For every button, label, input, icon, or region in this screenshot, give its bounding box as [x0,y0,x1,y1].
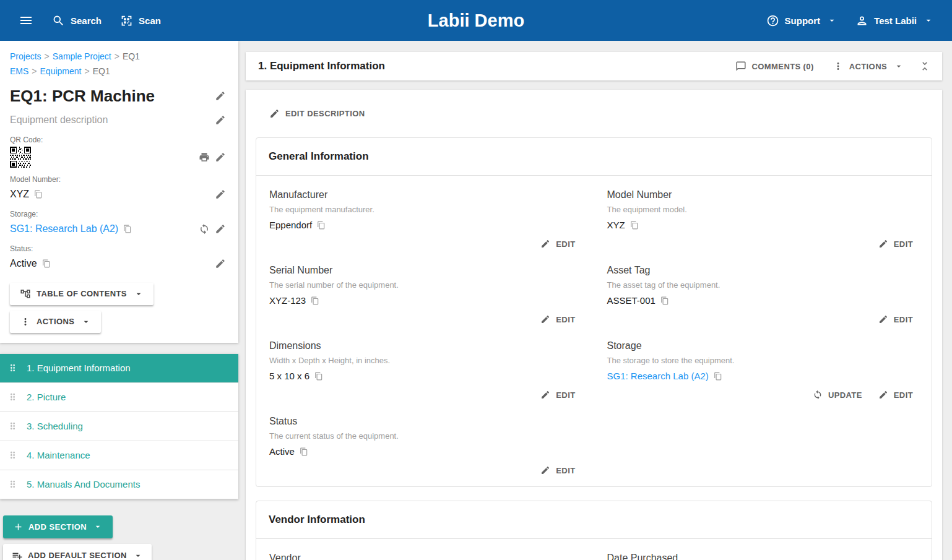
section-item-equipment-information[interactable]: 1. Equipment Information [0,354,238,383]
add-default-section-button[interactable]: ADD DEFAULT SECTION [3,544,152,560]
section-header: 1. Equipment Information COMMENTS (0) AC… [246,52,942,80]
table-of-contents-label: TABLE OF CONTENTS [37,289,127,298]
edit-description-button[interactable]: EDIT DESCRIPTION [263,103,371,124]
comment-icon [735,61,746,72]
copy-icon[interactable] [712,372,724,381]
user-menu-button[interactable]: Test Labii [848,8,941,33]
edit-qr-button[interactable] [212,149,228,165]
storage-value-link[interactable]: SG1: Research Lab (A2) [10,223,118,235]
field-value: XYZ [607,220,625,230]
table-of-contents-button[interactable]: TABLE OF CONTENTS [10,283,154,305]
drag-handle-icon[interactable] [7,479,18,489]
copy-icon[interactable] [122,225,133,233]
edit-asset-tag-button[interactable]: EDIT [872,309,919,329]
user-label: Test Labii [874,15,917,26]
sync-icon [199,223,210,235]
breadcrumb-separator: > [84,66,89,76]
qr-code-image [10,147,31,168]
section-item-picture[interactable]: 2. Picture [0,383,238,412]
update-storage-button[interactable] [196,221,212,237]
copy-icon[interactable] [33,190,44,199]
field-label: Dimensions [269,340,582,351]
update-storage-button[interactable]: UPDATE [807,385,868,405]
pencil-icon [215,90,226,101]
sidebar-actions-button[interactable]: ACTIONS [10,311,101,333]
section-item-maintenance[interactable]: 4. Maintenance [0,441,238,470]
drag-handle-icon[interactable] [7,450,18,460]
edit-description-icon-button[interactable] [212,112,228,128]
pencil-icon [215,258,226,269]
drag-handle-icon[interactable] [7,363,18,373]
support-button[interactable]: Support [759,8,845,33]
field-description: The storage to store the equipment. [607,356,920,365]
breadcrumb-separator: > [115,51,119,61]
drag-handle-icon[interactable] [7,392,18,402]
printer-icon [199,152,210,163]
copy-icon[interactable] [659,296,670,305]
field-model-number: Model Number The equipment model. XYZ ED… [594,179,932,255]
edit-manufacturer-button[interactable]: EDIT [534,234,581,254]
edit-storage-button[interactable]: EDIT [872,385,919,405]
section-label: 2. Picture [27,392,66,402]
field-description: The asset tag of the equipment. [607,280,920,290]
main-content: 1. Equipment Information COMMENTS (0) AC… [238,41,952,560]
drag-handle-icon[interactable] [7,421,18,431]
more-vert-icon [20,316,31,327]
comments-button[interactable]: COMMENTS (0) [729,56,820,77]
edit-status-button[interactable] [212,256,228,272]
search-label: Search [71,15,102,26]
edit-title-button[interactable] [212,88,228,104]
status-label: Status: [10,244,228,253]
edit-status-button[interactable]: EDIT [534,460,581,480]
help-icon [766,14,779,27]
breadcrumb-separator: > [45,51,50,61]
section-title: 1. Equipment Information [258,60,385,72]
collapse-section-button[interactable] [916,58,933,75]
breadcrumb-project: Projects>Sample Project>EQ1 [10,50,228,64]
model-number-label: Model Number: [10,175,228,184]
edit-model-number-button[interactable]: EDIT [872,234,919,254]
edit-serial-number-button[interactable]: EDIT [534,309,581,329]
field-label: Asset Tag [607,265,920,276]
copy-icon[interactable] [309,296,321,305]
breadcrumb-link-sample-project[interactable]: Sample Project [53,51,111,61]
field-status: Status The current status of the equipme… [256,406,594,481]
edit-storage-button[interactable] [212,221,228,237]
comments-label: COMMENTS (0) [752,62,814,71]
general-information-title: General Information [256,138,932,176]
copy-icon[interactable] [298,447,309,456]
section-label: 5. Manuals And Documents [27,479,140,489]
copy-icon[interactable] [316,221,327,230]
scan-button[interactable]: Scan [113,8,168,33]
copy-icon[interactable] [629,221,640,230]
field-vendor: Vendor [256,543,594,560]
pencil-icon [215,189,226,200]
edit-dimensions-button[interactable]: EDIT [534,385,581,405]
copy-icon[interactable] [41,259,52,268]
menu-button[interactable] [11,7,41,34]
field-storage: Storage The storage to store the equipme… [594,330,932,406]
search-button[interactable]: Search [45,8,109,33]
breadcrumb-link-equipment[interactable]: Equipment [40,66,82,76]
chevron-down-icon [894,61,904,71]
edit-model-number-button[interactable] [212,186,228,202]
section-item-scheduling[interactable]: 3. Scheduling [0,412,238,441]
pencil-icon [540,465,550,475]
main-actions-button[interactable]: ACTIONS [826,56,910,77]
add-section-button[interactable]: ADD SECTION [3,515,113,538]
unfold-less-icon [919,60,931,72]
add-default-section-label: ADD DEFAULT SECTION [28,551,127,560]
breadcrumb-link-projects[interactable]: Projects [10,51,41,61]
chevron-down-icon [827,15,837,25]
chevron-down-icon [133,551,143,560]
storage-group: Storage: SG1: Research Lab (A2) [10,210,228,237]
field-date-purchased: Date Purchased [594,543,932,560]
search-icon [52,14,65,27]
print-qr-button[interactable] [196,149,212,165]
copy-icon[interactable] [313,372,324,381]
breadcrumb-link-ems[interactable]: EMS [10,66,28,76]
field-value-link[interactable]: SG1: Research Lab (A2) [607,371,709,381]
breadcrumb-ems: EMS>Equipment>EQ1 [10,64,228,79]
section-item-manuals-and-documents[interactable]: 5. Manuals And Documents [0,470,238,499]
sidebar-actions-label: ACTIONS [37,317,74,326]
